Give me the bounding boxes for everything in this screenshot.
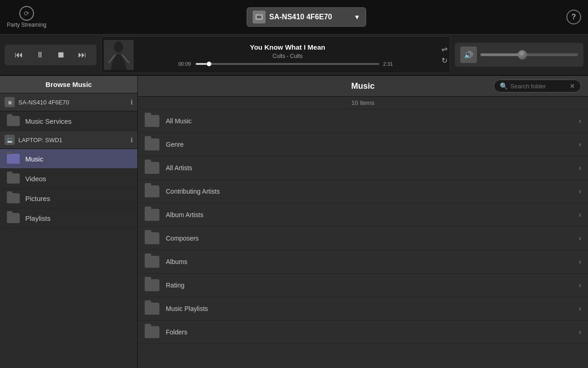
sidebar-item-videos[interactable]: Videos xyxy=(0,169,137,189)
sidebar-label-playlists: Playlists xyxy=(25,214,51,222)
track-info: You Know What I Mean Cults - Cults 00:09… xyxy=(138,43,437,67)
device-icon-2: 💻 xyxy=(5,135,15,145)
party-streaming-label: Party Streaming xyxy=(7,22,46,28)
sidebar-item-music[interactable]: Music xyxy=(0,149,137,169)
time-total: 2:31 xyxy=(383,61,397,67)
list-item-label: Genre xyxy=(166,141,572,148)
transport-controls: ⏮ ⏸ ⏹ ⏭ xyxy=(5,45,96,65)
time-current: 00:09 xyxy=(178,61,192,67)
chevron-right-icon: › xyxy=(579,281,581,289)
search-clear-button[interactable]: ✕ xyxy=(570,82,575,90)
search-icon: 🔍 xyxy=(500,82,508,90)
list-item-label: Album Artists xyxy=(166,211,572,218)
content-title: Music xyxy=(292,81,434,91)
sidebar-item-pictures[interactable]: Pictures xyxy=(0,189,137,208)
volume-knob xyxy=(518,50,527,59)
volume-slider[interactable] xyxy=(481,53,578,56)
progress-row: 00:09 2:31 xyxy=(138,61,437,67)
help-icon[interactable]: ? xyxy=(566,10,581,24)
list-folder-icon xyxy=(145,279,159,291)
folder-icon-music xyxy=(7,154,20,164)
chevron-right-icon: › xyxy=(579,117,581,125)
sidebar: Browse Music ▣ SA-NS410 4F6E70 ℹ Music S… xyxy=(0,76,138,368)
list-item[interactable]: Music Playlists› xyxy=(138,297,588,321)
list-folder-icon xyxy=(145,326,159,338)
search-folder-container[interactable]: 🔍 ✕ xyxy=(494,80,581,92)
repeat-button[interactable]: ↻ xyxy=(441,56,447,65)
chevron-right-icon: › xyxy=(579,164,581,172)
album-art xyxy=(104,40,134,70)
device-info-icon-2[interactable]: ℹ xyxy=(130,136,133,144)
list-item[interactable]: Genre› xyxy=(138,133,588,156)
top-bar: ⟳ Party Streaming SA-NS410 4F6E70 ▼ ? xyxy=(0,0,588,34)
device-name-2: LAPTOP: SWD1 xyxy=(18,137,127,144)
stop-button[interactable]: ⏹ xyxy=(54,48,68,62)
sidebar-item-music-services[interactable]: Music Services xyxy=(0,111,137,131)
device-name: SA-NS410 4F6E70 xyxy=(269,13,350,21)
folder-icon-videos xyxy=(7,173,20,184)
chevron-right-icon: › xyxy=(579,258,581,266)
progress-bar[interactable] xyxy=(196,63,379,65)
list-item[interactable]: Folders› xyxy=(138,321,588,344)
chevron-right-icon: › xyxy=(579,328,581,336)
list-item[interactable]: All Artists› xyxy=(138,156,588,180)
list-folder-icon xyxy=(145,209,159,221)
list-item-label: Rating xyxy=(166,282,572,289)
folder-icon-music-services xyxy=(7,116,20,126)
list-folder-icon xyxy=(145,185,159,197)
pause-button[interactable]: ⏸ xyxy=(33,48,47,62)
chevron-right-icon: › xyxy=(579,234,581,242)
list-item-label: All Music xyxy=(166,117,572,125)
party-streaming: ⟳ Party Streaming xyxy=(7,6,46,28)
sidebar-label-pictures: Pictures xyxy=(25,195,50,202)
list-folder-icon xyxy=(145,115,159,127)
player-right-controls: ⇌ ↻ xyxy=(441,45,447,65)
track-artist: Cults - Cults xyxy=(272,53,302,59)
next-button[interactable]: ⏭ xyxy=(75,48,89,62)
content-header: Music 🔍 ✕ xyxy=(138,76,588,97)
volume-section: 🔊 xyxy=(455,43,583,67)
party-streaming-icon: ⟳ xyxy=(19,6,34,21)
folder-icon-playlists xyxy=(7,213,20,223)
svg-rect-1 xyxy=(257,16,261,18)
svg-point-4 xyxy=(114,41,123,52)
shuffle-button[interactable]: ⇌ xyxy=(441,45,447,53)
main-content: Browse Music ▣ SA-NS410 4F6E70 ℹ Music S… xyxy=(0,76,588,368)
dropdown-arrow-icon: ▼ xyxy=(354,13,360,21)
device-row-1[interactable]: ▣ SA-NS410 4F6E70 ℹ xyxy=(0,93,137,111)
device-row-2[interactable]: 💻 LAPTOP: SWD1 ℹ xyxy=(0,131,137,149)
list-item[interactable]: Contributing Artists› xyxy=(138,180,588,203)
content-area: Music 🔍 ✕ 10 Items All Music›Genre›All A… xyxy=(138,76,588,368)
sidebar-label-music: Music xyxy=(25,155,43,163)
list-item[interactable]: Albums› xyxy=(138,250,588,274)
player-bar: ⏮ ⏸ ⏹ ⏭ You Know What I Mean Cults - Cul… xyxy=(0,34,588,76)
list-item[interactable]: Rating› xyxy=(138,274,588,297)
search-folder-input[interactable] xyxy=(510,83,567,90)
sidebar-label-music-services: Music Services xyxy=(25,117,72,125)
chevron-right-icon: › xyxy=(579,305,581,313)
list-item-label: Composers xyxy=(166,235,572,242)
list-folder-icon xyxy=(145,232,159,244)
progress-fill xyxy=(196,63,207,65)
track-title: You Know What I Mean xyxy=(250,43,325,51)
sidebar-item-playlists[interactable]: Playlists xyxy=(0,208,137,228)
list-folder-icon xyxy=(145,162,159,174)
list-item[interactable]: Album Artists› xyxy=(138,203,588,227)
device-info-icon-1[interactable]: ℹ xyxy=(130,98,133,106)
folder-icon-pictures xyxy=(7,193,20,203)
list-folder-icon xyxy=(145,256,159,268)
list-item-label: Music Playlists xyxy=(166,305,572,312)
list-folder-icon xyxy=(145,138,159,150)
mute-button[interactable]: 🔊 xyxy=(460,46,477,63)
list-item-label: Folders xyxy=(166,328,572,336)
device-name-1: SA-NS410 4F6E70 xyxy=(18,99,127,106)
list-item[interactable]: Composers› xyxy=(138,227,588,250)
list-item-label: Albums xyxy=(166,258,572,265)
music-list: All Music›Genre›All Artists›Contributing… xyxy=(138,109,588,368)
device-selector[interactable]: SA-NS410 4F6E70 ▼ xyxy=(247,7,366,27)
list-item[interactable]: All Music› xyxy=(138,109,588,133)
help-label: ? xyxy=(571,13,576,21)
list-folder-icon xyxy=(145,303,159,315)
prev-button[interactable]: ⏮ xyxy=(12,48,26,62)
items-count: 10 Items xyxy=(138,97,588,109)
